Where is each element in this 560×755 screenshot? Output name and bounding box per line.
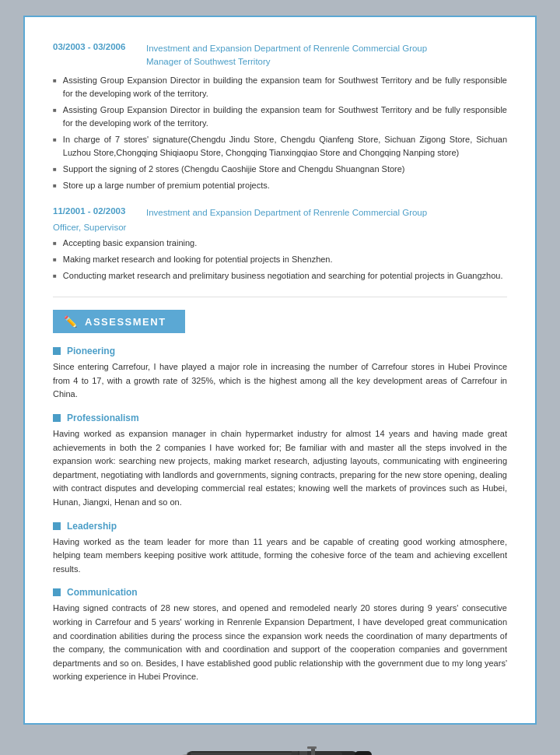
bullet-item: Conducting market research and prelimita…	[53, 269, 507, 283]
assessment-item-2: Leadership Having worked as the team lea…	[53, 521, 507, 577]
assessment-title-row-0: Pioneering	[53, 346, 507, 356]
assessment-item-0: Pioneering Since entering Carrefour, I h…	[53, 346, 507, 402]
work-subtitle-1: Officer, Supervisor	[53, 223, 507, 232]
blue-square-icon-0	[53, 347, 61, 355]
blue-square-icon-2	[53, 522, 61, 530]
bullet-item: Making market research and looking for p…	[53, 253, 507, 266]
assessment-label: ASSESSMENT	[85, 316, 166, 328]
assessment-title-2: Leadership	[67, 521, 117, 532]
work-title-block-0: Investment and Expansion Department of R…	[146, 42, 427, 69]
resume-page: 03/2003 - 03/2006 Investment and Expansi…	[23, 16, 537, 725]
assessment-text-1: Having worked as expansion manager in ch…	[53, 427, 507, 510]
blue-square-icon-3	[53, 588, 61, 596]
assessment-title-3: Communication	[67, 587, 138, 598]
assessment-title-1: Professionalism	[67, 413, 139, 423]
bullet-item: In charge of 7 stores' signature(Chengdu…	[53, 133, 507, 160]
svg-rect-8	[292, 751, 298, 755]
work-header-0: 03/2003 - 03/2006 Investment and Expansi…	[53, 42, 507, 69]
work-title-0: Investment and Expansion Department of R…	[146, 42, 427, 69]
assessment-text-0: Since entering Carrefour, I have played …	[53, 360, 507, 402]
bullet-item: Store up a large number of premium poten…	[53, 179, 507, 192]
assessment-title-row-1: Professionalism	[53, 413, 507, 423]
work-header-1: 11/2001 - 02/2003 Investment and Expansi…	[53, 206, 507, 219]
assessment-title-row-2: Leadership	[53, 521, 507, 532]
bullet-item: Support the signing of 2 stores (Chengdu…	[53, 163, 507, 176]
bullet-item: Accepting basic expansion training.	[53, 237, 507, 250]
work-entry-1: 11/2001 - 02/2003 Investment and Expansi…	[53, 206, 507, 283]
pen-image	[171, 737, 389, 755]
work-dates-0: 03/2003 - 03/2006	[53, 42, 138, 51]
assessment-title-0: Pioneering	[67, 346, 115, 356]
bullet-item: Assisting Group Expansion Director in bu…	[53, 104, 507, 130]
divider	[53, 297, 507, 297]
assessment-text-3: Having signed contracts of 28 new stores…	[53, 602, 507, 684]
edit-icon: ✏️	[64, 315, 77, 328]
work-title-1: Investment and Expansion Department of R…	[146, 206, 427, 219]
work-title-block-1: Investment and Expansion Department of R…	[146, 206, 427, 219]
svg-rect-6	[355, 751, 372, 755]
bullet-item: Assisting Group Expansion Director in bu…	[53, 74, 507, 100]
bullet-list-0: Assisting Group Expansion Director in bu…	[53, 74, 507, 192]
svg-rect-3	[307, 746, 317, 749]
pen-decoration	[23, 737, 537, 755]
svg-rect-7	[299, 751, 307, 755]
assessment-title-row-3: Communication	[53, 587, 507, 598]
assessment-item-1: Professionalism Having worked as expansi…	[53, 413, 507, 510]
work-entry-0: 03/2003 - 03/2006 Investment and Expansi…	[53, 42, 507, 192]
assessment-section: ✏️ ASSESSMENT Pioneering Since entering …	[53, 310, 507, 684]
bullet-list-1: Accepting basic expansion training.Makin…	[53, 237, 507, 283]
work-dates-1: 11/2001 - 02/2003	[53, 206, 138, 216]
assessment-text-2: Having worked as the team leader for mor…	[53, 536, 507, 577]
assessment-header: ✏️ ASSESSMENT	[53, 310, 185, 333]
assessment-item-3: Communication Having signed contracts of…	[53, 587, 507, 684]
blue-square-icon-1	[53, 414, 61, 422]
